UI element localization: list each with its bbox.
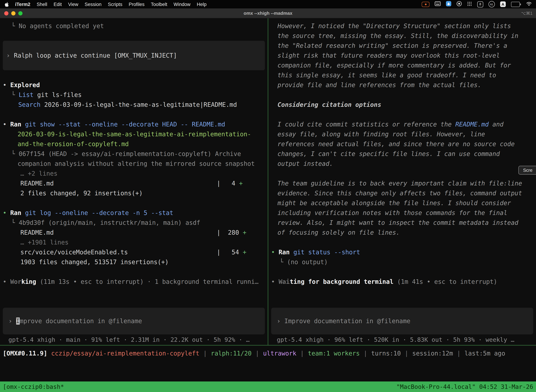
prompt-chevron: › xyxy=(277,317,281,325)
keyboard-icon[interactable] xyxy=(435,1,441,7)
left-prompt-input[interactable]: ›Improve documentation in @filename xyxy=(3,308,265,334)
last-activity-label: last:5m ago xyxy=(464,350,505,357)
thinking-line: the source tree, missing the essay. Stil… xyxy=(271,31,536,41)
blank-line xyxy=(271,169,536,178)
menu-item-scripts[interactable]: Scripts xyxy=(108,2,122,7)
thinking-line: including verification notes with those … xyxy=(271,208,536,218)
more-lines-indicator: … +1901 lines xyxy=(3,238,268,247)
blank-line xyxy=(3,267,268,277)
terminal-panes: └ No agents completed yet ›Ralph loop ac… xyxy=(0,18,536,345)
ran-git-log-line: • Ran git log --oneline --decorate -n 5 … xyxy=(3,208,268,218)
blank-line xyxy=(3,110,268,119)
blank-line xyxy=(271,238,536,247)
menu-item-app[interactable]: iTerm2 xyxy=(15,2,30,7)
no-output-line: └ (no output) xyxy=(271,257,536,267)
minimize-window-button[interactable] xyxy=(11,11,15,15)
left-model-status-line: gpt-5.4 xhigh · main · 91% left · 2.31M … xyxy=(3,334,268,345)
prompt-chevron: › xyxy=(9,317,12,325)
session-label: session:12m xyxy=(412,350,453,357)
thinking-line: provide file and line references from th… xyxy=(271,80,536,90)
battery-icon[interactable] xyxy=(511,2,521,7)
thinking-line: might be acceptable alongside the file l… xyxy=(271,198,536,208)
diffstat-summary-line: 2 files changed, 92 insertions(+) xyxy=(3,188,268,198)
left-terminal-pane: └ No agents completed yet ›Ralph loop ac… xyxy=(0,18,268,345)
tmux-host-clock-label: "MacBook-Pro-44.local" 04:52 31-Mar-26 xyxy=(396,383,533,390)
commit-line: └ 4b9d30f (origin/main, instructkr/main,… xyxy=(3,218,268,228)
right-prompt-input[interactable]: ›Improve documentation in @filename xyxy=(271,308,533,334)
menubar-status-icons: 8 61 A xyxy=(422,1,532,7)
agents-status-line: └ No agents completed yet xyxy=(3,21,268,31)
essay-filename-line: 2026-03-09-is-legal-the-same-as-legitima… xyxy=(3,129,268,139)
ralph-counter: ralph:11/20 xyxy=(211,350,252,357)
thinking-line: the "Related research writing" section i… xyxy=(271,41,536,51)
thinking-line: this single essay, it seems like a good … xyxy=(271,70,536,80)
list-command-line: └ List git ls-files xyxy=(3,90,268,100)
ralph-loop-text: Ralph loop active continue [OMX_TMUX_INJ… xyxy=(14,52,177,59)
more-lines-indicator: … +2 lines xyxy=(3,169,268,178)
thinking-heading: Considering citation options xyxy=(271,100,536,110)
menu-item-toolbelt[interactable]: Toolbelt xyxy=(151,2,167,7)
close-window-button[interactable] xyxy=(4,11,9,15)
omx-status-bar: [OMX#0.11.9] cczip/essay/ai-reimplementa… xyxy=(0,346,536,361)
mode-label: ultrawork xyxy=(263,350,297,357)
blue-app-icon[interactable] xyxy=(446,1,451,7)
menu-bar: iTerm2 Shell Edit View Session Scripts P… xyxy=(0,0,536,9)
menu-item-help[interactable]: Help xyxy=(197,2,207,7)
input-source-icon[interactable]: A xyxy=(500,1,506,7)
essay-filename-line: and-the-erosion-of-copyleft.md xyxy=(3,139,268,149)
thinking-line: of focusing solely on file lines. xyxy=(271,228,536,238)
thinking-line: changes, I can't cite specific file line… xyxy=(271,149,536,159)
ran-git-status-line: • Ran git status --short xyxy=(271,247,536,257)
window-shortcut-label: ⌥⌘1 xyxy=(521,11,532,16)
readme-reference: README.md xyxy=(455,121,489,128)
window-title-bar: omx --xhigh --madmax ⌥⌘1 xyxy=(0,9,536,18)
window-title: omx --xhigh --madmax xyxy=(244,10,292,16)
bottom-spacer xyxy=(0,361,536,382)
blank-line xyxy=(271,90,536,100)
input-text: Improve documentation in @filename xyxy=(284,317,410,325)
dark-circle-icon[interactable] xyxy=(456,1,462,7)
right-model-status-line: gpt-5.4 xhigh · 96% left · 520K in · 5.8… xyxy=(271,334,536,345)
zoom-window-button[interactable] xyxy=(18,11,23,15)
wifi-icon[interactable] xyxy=(526,1,532,7)
thinking-line: companion file, especially if more comme… xyxy=(271,61,536,70)
gauge-icon[interactable]: 61 xyxy=(488,1,495,7)
blank-line xyxy=(271,110,536,119)
diffstat-line: README.md | 4 + xyxy=(3,178,268,188)
blank-line xyxy=(3,31,268,41)
tmux-session-label: [omx-cczip0:bash* xyxy=(3,383,64,390)
prompt-chevron: › xyxy=(6,52,10,59)
menu-item-edit[interactable]: Edit xyxy=(54,2,62,7)
team-workers-label: team:1 workers xyxy=(308,350,360,357)
menu-item-shell[interactable]: Shell xyxy=(37,2,47,7)
thinking-line: The team guideline is to back every impo… xyxy=(271,178,536,188)
working-status-line: • Working (11m 13s • esc to interrupt) ·… xyxy=(3,277,268,287)
menu-item-window[interactable]: Window xyxy=(174,2,191,7)
thinking-line: I could cite commit statistics or refere… xyxy=(271,119,536,129)
thinking-line: However, I noticed the "Directory Struct… xyxy=(271,21,536,31)
waiting-status-line: • Waiting for background terminal (1m 41… xyxy=(271,277,536,287)
desktop: iTerm2 Shell Edit View Session Scripts P… xyxy=(0,0,536,392)
explored-header-line: • Explored xyxy=(3,80,268,90)
omx-version-label: [OMX#0.11.9] xyxy=(3,350,47,357)
screen-capture-chip[interactable]: Scre xyxy=(519,166,536,175)
turns-label: turns:10 xyxy=(371,350,401,357)
thinking-line: slight risk that future readers may over… xyxy=(271,51,536,61)
thinking-line: essay file, along with finding root file… xyxy=(271,129,536,139)
menu-item-view[interactable]: View xyxy=(68,2,78,7)
text-cursor: I xyxy=(16,317,20,325)
thinking-line: review. Also, I might want to inspect th… xyxy=(271,218,536,228)
ralph-loop-banner: ›Ralph loop active continue [OMX_TMUX_IN… xyxy=(3,41,265,70)
menu-item-profiles[interactable]: Profiles xyxy=(129,2,144,7)
commit-message-line: companion analysis without altering the … xyxy=(3,159,268,169)
dots-grid-icon[interactable] xyxy=(467,1,472,7)
screen-recording-indicator-icon[interactable] xyxy=(422,2,429,7)
key-badge-icon[interactable]: 8 xyxy=(477,1,483,7)
right-terminal-pane: However, I noticed the "Directory Struct… xyxy=(268,18,536,345)
ran-git-show-line: • Ran git show --stat --oneline --decora… xyxy=(3,119,268,129)
menu-item-session[interactable]: Session xyxy=(85,2,101,7)
thinking-line: references need actual files, and since … xyxy=(271,139,536,149)
blank-line xyxy=(3,198,268,208)
apple-menu-icon[interactable] xyxy=(4,2,9,7)
diffstat-line: README.md | 280 + xyxy=(3,228,268,238)
